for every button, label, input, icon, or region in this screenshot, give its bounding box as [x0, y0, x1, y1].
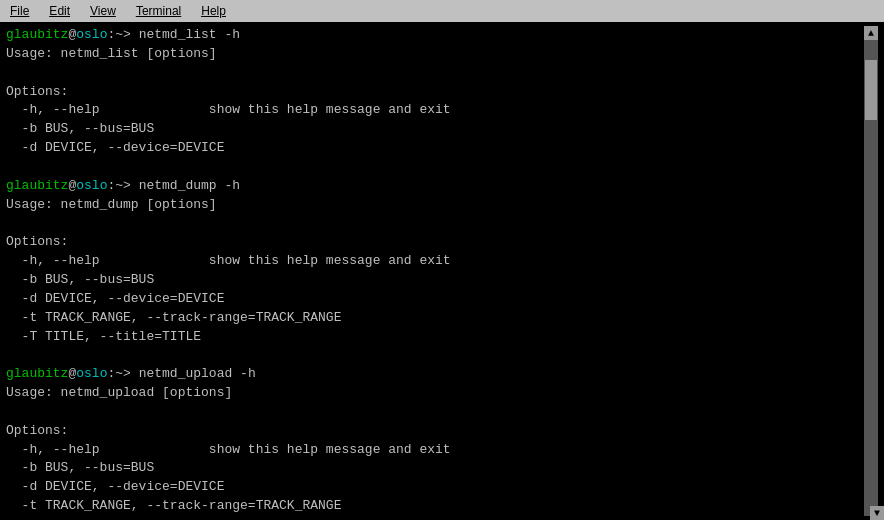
scroll-down-arrow[interactable]: ▼ [870, 506, 884, 520]
scrollbar[interactable]: ▲ ▼ [864, 26, 878, 516]
menubar: File Edit View Terminal Help [0, 0, 884, 22]
terminal-content: glaubitz@oslo:~> netmd_list -h Usage: ne… [6, 26, 864, 516]
menu-help[interactable]: Help [195, 2, 232, 20]
scroll-thumb[interactable] [865, 60, 877, 120]
scroll-up-arrow[interactable]: ▲ [864, 26, 878, 40]
menu-view[interactable]: View [84, 2, 122, 20]
menu-terminal[interactable]: Terminal [130, 2, 187, 20]
menu-file[interactable]: File [4, 2, 35, 20]
terminal[interactable]: glaubitz@oslo:~> netmd_list -h Usage: ne… [0, 22, 884, 520]
menu-edit[interactable]: Edit [43, 2, 76, 20]
